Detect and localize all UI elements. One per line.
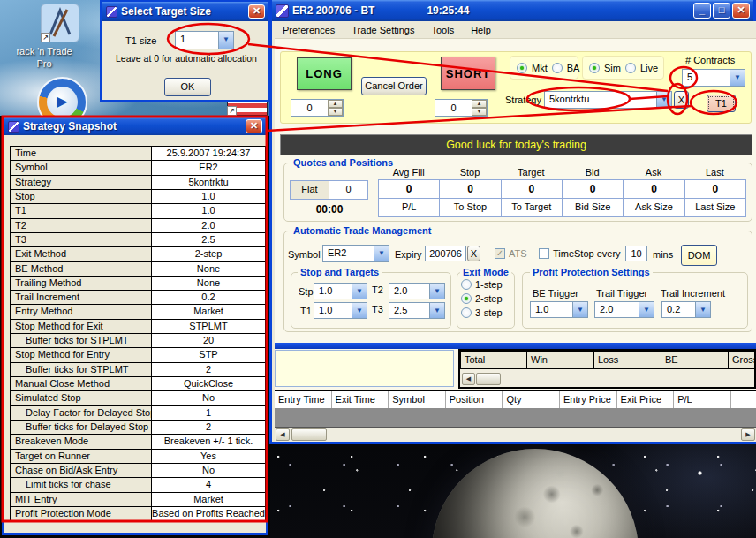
- spin-down-icon[interactable]: ▼: [472, 108, 487, 116]
- expiry-field[interactable]: 200706: [425, 246, 466, 261]
- chevron-down-icon[interactable]: ▼: [429, 284, 444, 299]
- contracts-dropdown[interactable]: 5 ▼: [682, 69, 745, 87]
- stp-label: Stp: [299, 286, 314, 297]
- scroll-left-icon[interactable]: ◀: [276, 428, 290, 441]
- t3-dropdown[interactable]: 2.5 ▼: [389, 302, 445, 319]
- row-value: No: [152, 464, 265, 477]
- stp-dropdown[interactable]: 1.0 ▼: [314, 283, 367, 299]
- row-label: MIT Entry: [11, 493, 152, 506]
- strategy-dropdown[interactable]: 5kontrktu ▼: [544, 91, 672, 109]
- trail-trigger-dropdown[interactable]: 2.0 ▼: [594, 301, 654, 318]
- chevron-down-icon[interactable]: ▼: [656, 92, 671, 108]
- chevron-down-icon[interactable]: ▼: [572, 302, 587, 317]
- chevron-down-icon[interactable]: ▼: [374, 246, 389, 261]
- chevron-down-icon[interactable]: ▼: [639, 302, 654, 317]
- table-row: Manual Close MethodQuickClose: [11, 377, 265, 391]
- column-header: Stop: [439, 167, 500, 179]
- expiry-label: Expiry: [395, 249, 422, 260]
- cancel-order-button[interactable]: Cancel Order: [361, 77, 427, 95]
- track-n-trade-icon[interactable]: ↗: [41, 4, 79, 42]
- close-button[interactable]: ✕: [732, 3, 750, 19]
- be-trigger-value: 1.0: [531, 302, 572, 317]
- trail-increment-dropdown[interactable]: 0.2 ▼: [662, 301, 711, 318]
- t1-label: T1: [300, 306, 312, 316]
- timestop-minutes-field[interactable]: 10: [625, 246, 647, 261]
- media-player-icon[interactable]: ▶ ↗: [37, 77, 87, 116]
- menu-trade-settings[interactable]: Trade Settings: [352, 25, 414, 35]
- snapshot-titlebar[interactable]: Strategy Snapshot ✕: [4, 117, 266, 135]
- short-button[interactable]: SHORT: [441, 57, 495, 90]
- trades-scrollbar[interactable]: ◀ ▶: [275, 427, 756, 442]
- row-value: QuickClose: [152, 377, 265, 390]
- menu-help[interactable]: Help: [471, 25, 491, 35]
- timestop-checkbox[interactable]: [539, 248, 549, 259]
- scrollbar-thumb[interactable]: [291, 428, 327, 441]
- trades-header: P/L: [674, 391, 731, 408]
- icon-label: rack 'n Trade: [0, 46, 92, 57]
- scroll-left-icon[interactable]: ◀: [462, 373, 475, 385]
- chevron-down-icon[interactable]: ▼: [730, 70, 745, 86]
- close-button[interactable]: ✕: [246, 119, 262, 133]
- t2-dropdown[interactable]: 2.0 ▼: [389, 283, 445, 299]
- spin-up-icon[interactable]: ▲: [328, 100, 343, 108]
- row-label: BE Method: [11, 262, 152, 276]
- chevron-down-icon[interactable]: ▼: [352, 284, 367, 299]
- radio-ba[interactable]: [552, 63, 563, 73]
- radio-sim[interactable]: [589, 63, 600, 73]
- scroll-right-icon[interactable]: ▶: [741, 428, 755, 441]
- table-row: Strategy5kontrktu: [11, 176, 265, 190]
- order-entry-panel: LONG Cancel Order SHORT 0 ▲▼ 0 ▲▼ Mkt BA: [280, 51, 752, 124]
- spin-down-icon[interactable]: ▼: [328, 108, 343, 116]
- row-label: Strategy: [11, 176, 152, 189]
- splitter-bar[interactable]: [275, 343, 756, 349]
- t1-size-dropdown[interactable]: 1 ▼: [175, 31, 234, 49]
- trades-header: Qty: [503, 391, 560, 408]
- t3-value: 2.5: [389, 303, 429, 318]
- shortcut-arrow-icon: ↗: [41, 33, 50, 42]
- scrollbar-thumb[interactable]: [476, 373, 501, 385]
- chevron-down-icon[interactable]: ▼: [218, 32, 233, 49]
- dom-button[interactable]: DOM: [681, 245, 717, 266]
- quotes-column: Last 0 Last Size: [684, 167, 745, 218]
- be-trigger-dropdown[interactable]: 1.0 ▼: [530, 301, 588, 318]
- t1-button[interactable]: T1: [707, 95, 736, 112]
- exit-mode-option: 3-step: [461, 307, 503, 318]
- close-button[interactable]: ✕: [248, 4, 265, 19]
- dialog-titlebar[interactable]: Select Target Size ✕: [102, 2, 268, 21]
- row-value: Based on Profits Reached: [152, 507, 265, 520]
- strategy-clear-button[interactable]: X: [674, 91, 689, 109]
- radio-mkt[interactable]: [517, 63, 527, 73]
- spin-up-icon[interactable]: ▲: [472, 100, 487, 108]
- row-label: T2: [11, 219, 152, 232]
- expiry-clear-button[interactable]: X: [467, 246, 480, 261]
- radio-1step[interactable]: [461, 279, 472, 290]
- dialog-title: Select Target Size: [121, 5, 211, 18]
- long-qty-spinner[interactable]: 0 ▲▼: [291, 99, 344, 117]
- radio-3step[interactable]: [461, 307, 472, 318]
- minimize-button[interactable]: _: [693, 3, 711, 19]
- short-qty-spinner[interactable]: 0 ▲▼: [435, 99, 488, 117]
- atm-label: Automatic Trade Management: [291, 225, 434, 236]
- t1-size-label: T1 size: [125, 35, 156, 46]
- exit-mode-option: 1-step: [461, 279, 503, 290]
- ats-checkbox[interactable]: ✓: [495, 248, 505, 259]
- menu-tools[interactable]: Tools: [431, 25, 454, 35]
- symbol-dropdown[interactable]: ER2 ▼: [322, 245, 389, 262]
- t1-dropdown[interactable]: 1.0 ▼: [314, 302, 367, 319]
- t2-label: T2: [372, 284, 383, 295]
- row-label: T3: [11, 233, 152, 246]
- main-titlebar[interactable]: ER2 200706 - BT 19:25:44 _ □ ✕: [272, 0, 753, 21]
- long-button[interactable]: LONG: [297, 57, 352, 90]
- chevron-down-icon[interactable]: ▼: [352, 303, 367, 318]
- maximize-button[interactable]: □: [713, 3, 730, 19]
- menu-preferences[interactable]: Preferences: [283, 25, 335, 35]
- chevron-down-icon[interactable]: ▼: [429, 303, 444, 318]
- radio-sim-label: Sim: [604, 63, 621, 73]
- radio-live[interactable]: [625, 63, 636, 73]
- ok-button[interactable]: OK: [164, 78, 211, 96]
- chevron-down-icon[interactable]: ▼: [695, 302, 710, 317]
- row-value: 1: [152, 406, 265, 420]
- row-label: Stop: [11, 190, 152, 203]
- t3-label: T3: [372, 304, 383, 314]
- radio-2step[interactable]: [461, 293, 472, 304]
